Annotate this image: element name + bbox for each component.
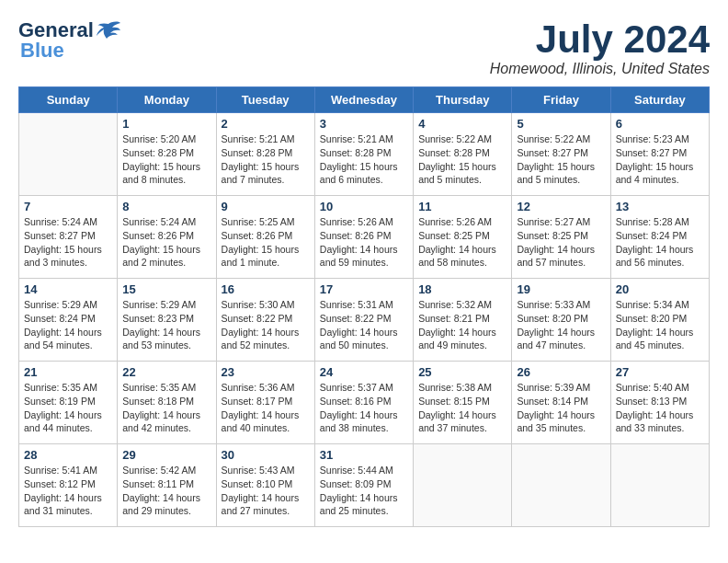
- day-info: Sunrise: 5:22 AM Sunset: 8:27 PM Dayligh…: [517, 132, 605, 187]
- calendar-cell: 10Sunrise: 5:26 AM Sunset: 8:26 PM Dayli…: [314, 196, 413, 279]
- calendar-header-sunday: Sunday: [19, 87, 118, 113]
- calendar-cell: 12Sunrise: 5:27 AM Sunset: 8:25 PM Dayli…: [512, 196, 610, 279]
- day-number: 4: [418, 117, 506, 131]
- calendar-cell: 18Sunrise: 5:32 AM Sunset: 8:21 PM Dayli…: [414, 279, 512, 362]
- day-info: Sunrise: 5:23 AM Sunset: 8:27 PM Dayligh…: [616, 132, 704, 187]
- title-section: July 2024 Homewood, Illinois, United Sta…: [490, 18, 710, 77]
- calendar-header-wednesday: Wednesday: [314, 87, 413, 113]
- calendar-table: SundayMondayTuesdayWednesdayThursdayFrid…: [18, 86, 710, 527]
- day-info: Sunrise: 5:40 AM Sunset: 8:13 PM Dayligh…: [616, 381, 704, 435]
- day-number: 14: [24, 282, 112, 296]
- calendar-cell: 1Sunrise: 5:20 AM Sunset: 8:28 PM Daylig…: [118, 113, 216, 196]
- day-info: Sunrise: 5:25 AM Sunset: 8:26 PM Dayligh…: [222, 215, 310, 270]
- day-number: 9: [222, 200, 310, 213]
- day-number: 24: [320, 365, 408, 379]
- calendar-cell: [414, 444, 512, 527]
- day-number: 20: [616, 282, 704, 296]
- calendar-cell: 8Sunrise: 5:24 AM Sunset: 8:26 PM Daylig…: [118, 196, 216, 279]
- calendar-cell: [19, 113, 118, 196]
- day-number: 25: [418, 365, 506, 379]
- day-number: 1: [122, 117, 210, 131]
- day-number: 28: [24, 448, 112, 462]
- calendar-cell: 15Sunrise: 5:29 AM Sunset: 8:23 PM Dayli…: [118, 279, 216, 362]
- day-info: Sunrise: 5:42 AM Sunset: 8:11 PM Dayligh…: [122, 464, 210, 518]
- calendar-cell: [512, 444, 610, 527]
- day-info: Sunrise: 5:32 AM Sunset: 8:21 PM Dayligh…: [418, 298, 506, 352]
- day-number: 11: [418, 200, 506, 213]
- day-info: Sunrise: 5:41 AM Sunset: 8:12 PM Dayligh…: [24, 464, 112, 518]
- calendar-cell: 9Sunrise: 5:25 AM Sunset: 8:26 PM Daylig…: [216, 196, 314, 279]
- day-number: 12: [517, 200, 605, 213]
- logo: General Blue: [18, 18, 121, 63]
- day-number: 23: [222, 365, 310, 379]
- day-info: Sunrise: 5:26 AM Sunset: 8:26 PM Dayligh…: [320, 215, 408, 270]
- day-info: Sunrise: 5:37 AM Sunset: 8:16 PM Dayligh…: [320, 381, 408, 435]
- day-number: 22: [122, 365, 210, 379]
- day-info: Sunrise: 5:35 AM Sunset: 8:19 PM Dayligh…: [24, 381, 112, 435]
- calendar-cell: 16Sunrise: 5:30 AM Sunset: 8:22 PM Dayli…: [216, 279, 314, 362]
- week-row-5: 28Sunrise: 5:41 AM Sunset: 8:12 PM Dayli…: [19, 444, 710, 527]
- calendar-header-thursday: Thursday: [414, 87, 512, 113]
- calendar-header-saturday: Saturday: [610, 87, 709, 113]
- week-row-4: 21Sunrise: 5:35 AM Sunset: 8:19 PM Dayli…: [19, 362, 710, 444]
- calendar-cell: 25Sunrise: 5:38 AM Sunset: 8:15 PM Dayli…: [414, 362, 512, 444]
- calendar-cell: 5Sunrise: 5:22 AM Sunset: 8:27 PM Daylig…: [512, 113, 610, 196]
- calendar-header-tuesday: Tuesday: [216, 87, 314, 113]
- day-info: Sunrise: 5:21 AM Sunset: 8:28 PM Dayligh…: [222, 132, 310, 187]
- day-number: 7: [24, 200, 112, 213]
- day-info: Sunrise: 5:30 AM Sunset: 8:22 PM Dayligh…: [222, 298, 310, 352]
- day-info: Sunrise: 5:35 AM Sunset: 8:18 PM Dayligh…: [122, 381, 210, 435]
- calendar-cell: 17Sunrise: 5:31 AM Sunset: 8:22 PM Dayli…: [314, 279, 413, 362]
- day-info: Sunrise: 5:36 AM Sunset: 8:17 PM Dayligh…: [222, 381, 310, 435]
- calendar-cell: 14Sunrise: 5:29 AM Sunset: 8:24 PM Dayli…: [19, 279, 118, 362]
- calendar-cell: 24Sunrise: 5:37 AM Sunset: 8:16 PM Dayli…: [314, 362, 413, 444]
- day-info: Sunrise: 5:39 AM Sunset: 8:14 PM Dayligh…: [517, 381, 605, 435]
- calendar-cell: 29Sunrise: 5:42 AM Sunset: 8:11 PM Dayli…: [118, 444, 216, 527]
- day-number: 18: [418, 282, 506, 296]
- day-info: Sunrise: 5:38 AM Sunset: 8:15 PM Dayligh…: [418, 381, 506, 435]
- day-number: 29: [122, 448, 210, 462]
- calendar-cell: 13Sunrise: 5:28 AM Sunset: 8:24 PM Dayli…: [610, 196, 709, 279]
- calendar-cell: 27Sunrise: 5:40 AM Sunset: 8:13 PM Dayli…: [610, 362, 709, 444]
- week-row-3: 14Sunrise: 5:29 AM Sunset: 8:24 PM Dayli…: [19, 279, 710, 362]
- day-number: 10: [320, 200, 408, 213]
- week-row-1: 1Sunrise: 5:20 AM Sunset: 8:28 PM Daylig…: [19, 113, 710, 196]
- day-info: Sunrise: 5:27 AM Sunset: 8:25 PM Dayligh…: [517, 215, 605, 270]
- week-row-2: 7Sunrise: 5:24 AM Sunset: 8:27 PM Daylig…: [19, 196, 710, 279]
- day-number: 3: [320, 117, 408, 131]
- logo-bird-icon: [96, 20, 121, 40]
- day-number: 17: [320, 282, 408, 296]
- day-info: Sunrise: 5:24 AM Sunset: 8:26 PM Dayligh…: [122, 215, 210, 270]
- calendar-cell: [610, 444, 709, 527]
- calendar-cell: 21Sunrise: 5:35 AM Sunset: 8:19 PM Dayli…: [19, 362, 118, 444]
- day-number: 6: [616, 117, 704, 131]
- calendar-cell: 3Sunrise: 5:21 AM Sunset: 8:28 PM Daylig…: [314, 113, 413, 196]
- calendar-cell: 19Sunrise: 5:33 AM Sunset: 8:20 PM Dayli…: [512, 279, 610, 362]
- calendar-cell: 11Sunrise: 5:26 AM Sunset: 8:25 PM Dayli…: [414, 196, 512, 279]
- day-info: Sunrise: 5:24 AM Sunset: 8:27 PM Dayligh…: [24, 215, 112, 270]
- day-info: Sunrise: 5:26 AM Sunset: 8:25 PM Dayligh…: [418, 215, 506, 270]
- day-number: 15: [122, 282, 210, 296]
- calendar-cell: 31Sunrise: 5:44 AM Sunset: 8:09 PM Dayli…: [314, 444, 413, 527]
- day-info: Sunrise: 5:43 AM Sunset: 8:10 PM Dayligh…: [222, 464, 310, 518]
- day-number: 26: [517, 365, 605, 379]
- calendar-cell: 22Sunrise: 5:35 AM Sunset: 8:18 PM Dayli…: [118, 362, 216, 444]
- day-info: Sunrise: 5:29 AM Sunset: 8:24 PM Dayligh…: [24, 298, 112, 352]
- location: Homewood, Illinois, United States: [490, 61, 710, 77]
- month-title: July 2024: [490, 18, 710, 61]
- calendar-cell: 20Sunrise: 5:34 AM Sunset: 8:20 PM Dayli…: [610, 279, 709, 362]
- calendar-cell: 28Sunrise: 5:41 AM Sunset: 8:12 PM Dayli…: [19, 444, 118, 527]
- calendar-cell: 26Sunrise: 5:39 AM Sunset: 8:14 PM Dayli…: [512, 362, 610, 444]
- day-info: Sunrise: 5:31 AM Sunset: 8:22 PM Dayligh…: [320, 298, 408, 352]
- page-header: General Blue July 2024 Homewood, Illinoi…: [18, 18, 710, 77]
- calendar-cell: 7Sunrise: 5:24 AM Sunset: 8:27 PM Daylig…: [19, 196, 118, 279]
- day-info: Sunrise: 5:28 AM Sunset: 8:24 PM Dayligh…: [616, 215, 704, 270]
- day-number: 16: [222, 282, 310, 296]
- day-info: Sunrise: 5:22 AM Sunset: 8:28 PM Dayligh…: [418, 132, 506, 187]
- calendar-header-friday: Friday: [512, 87, 610, 113]
- day-number: 31: [320, 448, 408, 462]
- day-number: 19: [517, 282, 605, 296]
- calendar-cell: 4Sunrise: 5:22 AM Sunset: 8:28 PM Daylig…: [414, 113, 512, 196]
- calendar-header-row: SundayMondayTuesdayWednesdayThursdayFrid…: [19, 87, 710, 113]
- day-number: 13: [616, 200, 704, 213]
